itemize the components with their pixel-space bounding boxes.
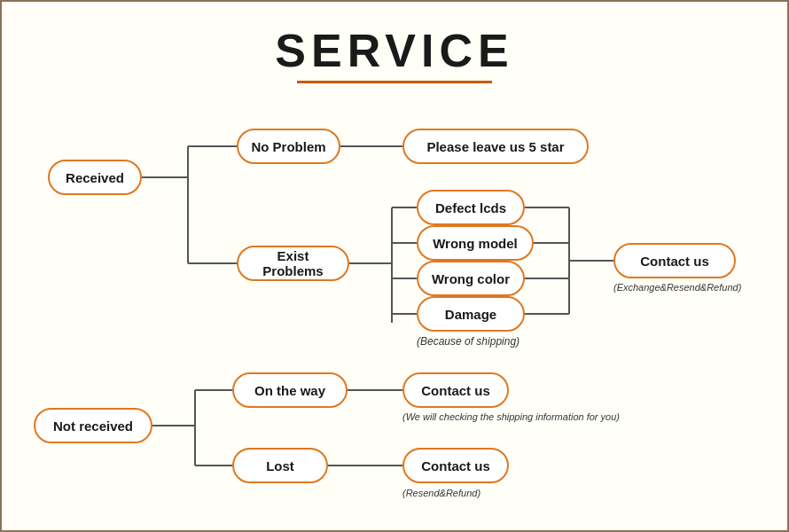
not-received-node: Not received [34, 408, 152, 443]
damage-sub-label: (Because of shipping) [417, 335, 519, 348]
defect-lcds-node: Defect lcds [417, 190, 525, 225]
contact-us-2-node: Contact us [402, 372, 509, 408]
page-title: SERVICE [11, 24, 778, 77]
please-leave-node: Please leave us 5 star [402, 129, 589, 164]
exist-problems-node: Exist Problems [237, 246, 349, 281]
contact-us-2-sub-label: (We will checking the shipping informati… [402, 411, 620, 422]
damage-node: Damage [417, 296, 525, 332]
contact-us-3-node: Contact us [402, 448, 509, 483]
contact-us-1-node: Contact us [613, 243, 736, 278]
title-section: SERVICE [11, 11, 778, 83]
on-the-way-node: On the way [232, 372, 348, 408]
contact-us-1-sub-label: (Exchange&Resend&Refund) [613, 282, 741, 293]
page-container: SERVICE [2, 2, 787, 530]
contact-us-3-sub-label: (Resend&Refund) [402, 488, 480, 498]
lost-node: Lost [232, 448, 328, 483]
received-node: Received [48, 160, 142, 195]
title-underline [297, 81, 492, 83]
no-problem-node: No Problem [237, 129, 340, 164]
wrong-model-node: Wrong model [417, 225, 534, 261]
wrong-color-node: Wrong color [417, 261, 525, 296]
